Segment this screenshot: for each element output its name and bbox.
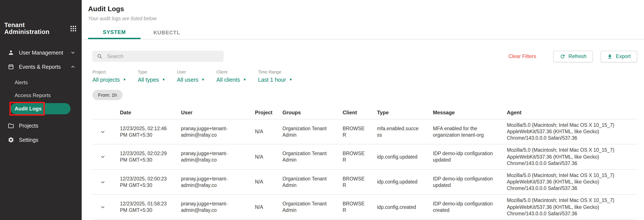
search-icon [97,54,103,60]
sidebar-item-access-reports[interactable]: Access Reports [0,89,82,102]
events-reports-submenu: Alerts Access Reports Audit Logs [0,74,82,118]
filter-project-select[interactable]: All projects ▼ [92,76,126,83]
filter-label: Client [216,70,246,74]
cell-date: 12/23/2025, 02:12:46 PM GMT+5:30 [113,125,174,138]
cell-client: BROWSER [336,201,370,214]
table-row: 12/23/2025, 02:12:46 PM GMT+5:30 pranay.… [92,119,637,144]
folder-icon [8,122,14,129]
user-icon [8,50,14,56]
apps-grid-icon[interactable] [70,25,76,32]
page-subtitle: Your audit logs are listed below [88,16,637,21]
audit-logs-table: Date User Project Groups Client Type Mes… [92,106,637,220]
cell-client: BROWSER [336,150,370,164]
cell-message: MFA enabled for the organization tenant-… [426,125,500,138]
caret-down-icon: ▼ [289,78,292,82]
sidebar-item-settings[interactable]: Settings [0,133,82,147]
caret-down-icon: ▼ [243,78,246,82]
cell-agent: Mozilla/5.0 (Macintosh; Intel Mac OS X 1… [500,147,637,167]
filter-project: Project All projects ▼ [92,70,126,83]
sidebar-item-audit-logs-wrap: Audit Logs [10,103,70,114]
filter-value: All types [138,76,159,83]
header-agent: Agent [500,110,637,116]
audit-logs-panel: Clear Filters Refresh Export Project [82,40,644,220]
expand-row-chevron-icon[interactable] [100,204,106,210]
cell-agent: Mozilla/5.0 (Macintosh; Intel Mac OS X 1… [500,122,637,142]
refresh-button[interactable]: Refresh [554,51,593,62]
time-filter-chip: From: 1h [92,90,122,100]
sidebar-item-label: Events & Reports [19,64,65,70]
cell-client: BROWSER [336,176,370,189]
cell-date: 12/23/2025, 02:02:29 PM GMT+5:30 [113,150,174,164]
caret-down-icon: ▼ [123,78,126,82]
subnav-item-label: Alerts [14,80,28,86]
cell-agent: Mozilla/5.0 (Macintosh; Intel Mac OS X 1… [500,172,637,192]
expand-row-chevron-icon[interactable] [100,154,106,160]
tab-system[interactable]: SYSTEM [88,27,140,39]
cell-user: pranay.jugge+tenant-admin@rafay.co [174,176,248,189]
sidebar-header: Tenant Administration [0,0,82,35]
cell-user: pranay.jugge+tenant-admin@rafay.co [174,150,248,164]
header-date: Date [113,110,174,116]
cell-client: BROWSER [336,125,370,138]
caret-down-icon: ▼ [202,78,205,82]
header-type: Type [370,110,426,116]
toolbar: Clear Filters Refresh Export [92,51,637,62]
header-project: Project [248,110,276,116]
caret-down-icon: ▼ [162,78,165,82]
cell-agent: Mozilla/5.0 (Macintosh; Intel Mac OS X 1… [500,198,637,217]
sidebar: Tenant Administration User Management [0,0,82,220]
filter-value: All clients [216,76,240,83]
sidebar-nav: User Management Events & Reports Alerts [0,46,82,147]
filter-label: Time Range [258,70,292,74]
expand-cell [92,129,113,135]
cell-date: 12/23/2025, 01:58:23 PM GMT+5:30 [113,201,174,214]
cell-type: mfa.enabled.success [370,125,426,138]
clear-filters-link[interactable]: Clear Filters [508,54,536,60]
sidebar-item-label: Settings [19,137,76,143]
expand-cell [92,154,113,160]
page-title: Audit Logs [88,5,637,13]
cell-project: N/A [248,179,276,185]
sidebar-item-alerts[interactable]: Alerts [0,76,82,89]
cell-message: IDP demo-idp configuration created [426,201,500,214]
header-message: Message [426,110,500,116]
table-body: 12/23/2025, 02:12:46 PM GMT+5:30 pranay.… [92,119,637,220]
filter-client-select[interactable]: All clients ▼ [216,76,246,83]
table-header-row: Date User Project Groups Client Type Mes… [92,106,637,119]
gear-icon [8,137,14,143]
refresh-button-label: Refresh [568,54,586,60]
cell-groups: Organization Tenant Admin [276,201,336,214]
refresh-icon [560,54,566,59]
search-input[interactable] [106,53,219,60]
expand-row-chevron-icon[interactable] [100,179,106,185]
tab-kubectl[interactable]: KUBECTL [140,27,193,39]
filter-value: All users [177,76,198,83]
filter-user: User All users ▼ [177,70,205,83]
sidebar-item-user-management[interactable]: User Management [0,46,82,60]
cell-groups: Organization Tenant Admin [276,125,336,138]
sidebar-item-events-reports[interactable]: Events & Reports [0,60,82,74]
filter-label: Type [138,70,165,74]
sidebar-item-projects[interactable]: Projects [0,118,82,133]
cell-user: pranay.jugge+tenant-admin@rafay.co [174,125,248,138]
search-box [92,51,224,62]
chevron-down-icon [70,50,76,56]
table-row: 12/23/2025, 02:02:29 PM GMT+5:30 pranay.… [92,144,637,169]
cell-message: IDP demo-idp configuration updated [426,176,500,189]
cell-project: N/A [248,128,276,135]
sidebar-item-audit-logs[interactable]: Audit Logs [10,103,70,114]
cell-type: idp.config.created [370,204,426,210]
sidebar-item-label: Projects [19,123,76,129]
filter-type-select[interactable]: All types ▼ [138,76,165,83]
export-button[interactable]: Export [601,51,637,62]
export-button-label: Export [616,54,631,60]
expand-row-chevron-icon[interactable] [100,129,106,135]
main-content: Audit Logs Your audit logs are listed be… [82,0,644,220]
filter-time-range: Time Range Last 1 hour ▼ [258,70,292,83]
cell-message: IDP demo-idp configuration updated [426,150,500,164]
filter-time-range-select[interactable]: Last 1 hour ▼ [258,76,292,83]
download-icon [607,54,613,59]
filter-user-select[interactable]: All users ▼ [177,76,205,83]
header-client: Client [336,110,370,116]
expand-cell [92,179,113,185]
